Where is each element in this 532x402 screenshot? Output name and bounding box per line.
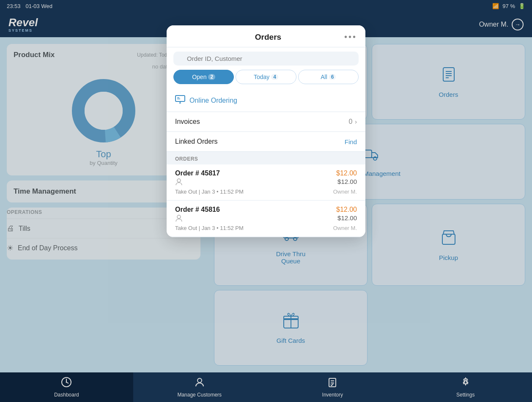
search-input[interactable] [173,52,359,66]
order-1-owner: Owner M. [333,189,357,195]
tab-all[interactable]: All 6 [298,70,359,84]
order-card-1-bottom: Take Out | Jan 3 • 11:52 PM Owner M. [175,189,357,195]
order-2-meta: Take Out | Jan 3 • 11:52 PM [175,225,244,231]
order-2-due: $12.00 [336,206,357,213]
order-2-number: Order # 45816 [175,206,220,213]
linked-orders-row[interactable]: Linked Orders Find [167,132,365,152]
tab-today-badge: 4 [271,74,278,80]
order-2-owner: Owner M. [333,225,357,231]
svg-point-42 [177,215,181,219]
order-card-2-mid: $12.00 [175,214,357,224]
modal-title: Orders [192,33,344,42]
order-1-meta: Take Out | Jan 3 • 11:52 PM [175,189,244,195]
search-wrapper [173,52,359,66]
order-2-total: $12.00 [337,214,357,224]
invoices-label: Invoices [175,118,200,126]
online-ordering-icon [175,95,185,106]
order-card-2[interactable]: Order # 45816 $12.00 $12.00 Take Out | J… [167,201,365,237]
invoices-count: 0 [348,118,352,126]
tab-bar: Open 2 Today 4 All 6 [167,70,365,89]
online-ordering-row[interactable]: Online Ordering [167,89,365,112]
tab-all-label: All [321,74,327,80]
modal-search-section [167,47,365,70]
linked-orders-find[interactable]: Find [345,138,357,145]
invoices-chevron-icon: › [355,118,357,125]
order-1-due: $12.00 [336,170,357,177]
modal-header: Orders ••• [167,25,365,47]
invoices-right: 0 › [348,118,357,126]
order-2-user-icon [175,214,183,224]
invoices-row[interactable]: Invoices 0 › [167,112,365,132]
tab-today[interactable]: Today 4 [236,70,296,84]
svg-rect-36 [176,96,185,101]
online-ordering-label: Online Ordering [189,97,237,104]
order-card-1[interactable]: Order # 45817 $12.00 $12.00 Take Out | J… [167,164,365,200]
order-1-total: $12.00 [337,178,357,187]
svg-point-41 [177,179,181,182]
order-1-user-icon [175,178,183,187]
linked-orders-label: Linked Orders [175,138,218,145]
order-card-2-bottom: Take Out | Jan 3 • 11:52 PM Owner M. [175,225,357,231]
orders-modal: Orders ••• Open 2 Today 4 All 6 [167,25,365,237]
tab-open-badge: 2 [208,74,215,80]
modal-overlay: Orders ••• Open 2 Today 4 All 6 [0,0,532,402]
order-1-number: Order # 45817 [175,170,220,177]
order-card-1-mid: $12.00 [175,178,357,187]
tab-open[interactable]: Open 2 [173,70,234,84]
tab-all-badge: 6 [329,74,336,80]
tab-today-label: Today [254,74,269,80]
modal-body: Online Ordering Invoices 0 › Linked Orde… [167,89,365,237]
orders-section-label: ORDERS [167,152,365,164]
order-card-2-top: Order # 45816 $12.00 [175,206,357,213]
order-card-1-top: Order # 45817 $12.00 [175,170,357,177]
tab-open-label: Open [192,74,206,80]
modal-more-button[interactable]: ••• [344,32,357,42]
